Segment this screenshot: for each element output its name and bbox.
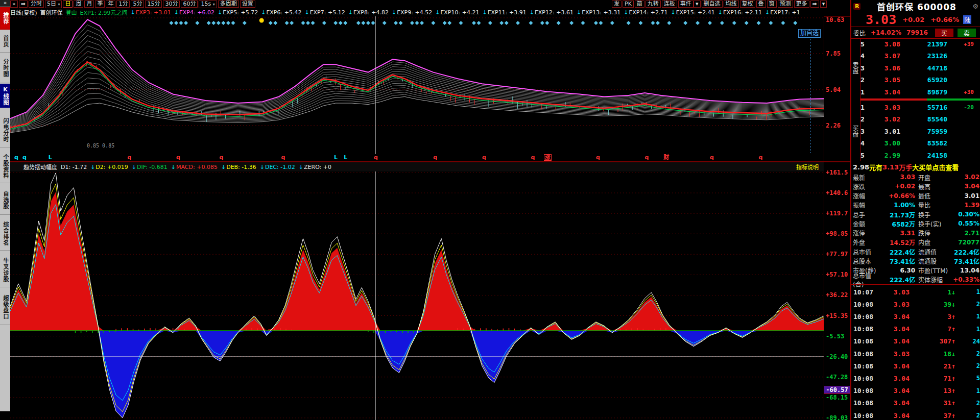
sidebar-item-5[interactable]: 闪电分时	[0, 113, 10, 147]
down-arrow-icon: ↓	[260, 164, 265, 170]
sidebar-item-10[interactable]: 超级盘口	[0, 290, 10, 325]
ask-row-3[interactable]: 33.0644718	[861, 62, 980, 74]
signal-marker-15: q	[596, 154, 600, 161]
ask-row-2[interactable]: 23.0565920	[861, 74, 980, 86]
signal-marker-16: q	[645, 154, 649, 161]
period-button-13[interactable]: 15s ▾	[199, 1, 217, 8]
tick-row-7: 10:083.0421↑2	[851, 360, 980, 372]
period-button-8[interactable]: 1分	[116, 1, 130, 8]
ask-row-4[interactable]: 43.0723126	[861, 50, 980, 62]
sidebar-item-9[interactable]: 牛叉诊股	[0, 253, 10, 287]
chart-tool-button-8[interactable]: 更多	[794, 1, 809, 8]
signal-marker-11: q	[433, 154, 437, 161]
signal-marker-4: q	[127, 154, 131, 161]
down-arrow-icon: ↓	[765, 9, 770, 16]
toolbar-mid-group: 发PK简九转连板事件	[612, 0, 695, 8]
sidebar-collapse-icon[interactable]: »	[0, 0, 10, 7]
period-button-9[interactable]: 5分	[131, 1, 144, 8]
add-to-watchlist-button[interactable]: 加自选	[798, 29, 821, 38]
price-change-pct: +0.66%	[930, 16, 959, 23]
chart-tool-button-6[interactable]: 窗	[767, 1, 777, 8]
sidebar-item-6[interactable]: 个股资料	[0, 150, 10, 183]
ask-row-5[interactable]: 53.0821397+39	[861, 38, 980, 50]
bid-row-2[interactable]: 23.0285540	[861, 113, 980, 126]
period-button-12[interactable]: 60分	[181, 1, 198, 8]
signal-marker-10: q	[374, 154, 378, 161]
period-button-3[interactable]: 日	[63, 1, 73, 8]
sidebar-item-2[interactable]: 首页	[0, 31, 10, 53]
period-button-7[interactable]: 年	[106, 1, 115, 8]
period-button-15[interactable]: 设置	[240, 1, 255, 8]
bid-row-4[interactable]: 43.0083582	[861, 137, 980, 150]
down-arrow-icon: ↓	[671, 9, 675, 16]
period-button-14[interactable]: 多周期	[218, 1, 239, 8]
chart-tool-button-9[interactable]: ➡	[810, 1, 819, 8]
bid-row-5[interactable]: 52.9924158	[861, 149, 980, 161]
chart-tool-button-2[interactable]: 删自选	[702, 1, 723, 8]
tool-button-4[interactable]: 九转	[646, 1, 661, 8]
board-tag: 陆	[963, 15, 971, 24]
sidebar-item-3[interactable]: 分时图	[0, 53, 10, 83]
chart-tool-button-1[interactable]: ▾	[694, 1, 701, 8]
bid-side-label: 买盘	[851, 101, 859, 161]
exp-value-16: ↓EXP14: +2.71	[624, 9, 667, 16]
big-order-banner[interactable]: 2.98元有 3.13万手 大买单 点击查看	[851, 161, 980, 172]
tick-row-5: 10:083.04307↑24	[851, 335, 980, 348]
oscillator-field-7: ↓ZERO: +0	[299, 164, 331, 170]
oscillator-chart[interactable]	[10, 171, 824, 420]
crosshair-value-badge: -60.57	[824, 386, 850, 394]
tick-row-1: 10:073.031↓1	[851, 286, 980, 298]
gear-icon[interactable]: ⚙	[972, 3, 978, 10]
buy-sell-ratio-bar	[861, 98, 980, 101]
expand-icon[interactable]: »	[10, 1, 18, 8]
down-arrow-icon: ↓	[392, 9, 396, 16]
tool-button-6[interactable]: 事件	[678, 1, 694, 8]
price-axis-label: 10.63	[826, 16, 844, 23]
period-button-6[interactable]: 季	[95, 1, 105, 8]
stats-row-2: 涨跌+0.02最高3.04	[851, 182, 980, 191]
buy-button[interactable]: 买	[935, 29, 953, 37]
tool-button-5[interactable]: 连板	[662, 1, 677, 8]
oscillator-axis-label: +140.6	[826, 189, 848, 196]
chart-tool-button-4[interactable]: 复权	[740, 1, 755, 8]
chart-tool-button-7[interactable]: 预测	[778, 1, 793, 8]
chart-tool-button-5[interactable]: 叠	[756, 1, 766, 8]
ask-row-1[interactable]: 13.0489879+30	[861, 86, 980, 98]
price-axis-label: 5.04	[826, 86, 841, 93]
tick-row-9: 10:083.0413↑1	[851, 385, 980, 397]
tick-list[interactable]: 10:073.031↓110:083.0339↓210:083.043↑110:…	[851, 284, 980, 420]
period-button-5[interactable]: 月	[84, 1, 94, 8]
sidebar-item-7[interactable]: 自选股	[0, 186, 10, 215]
main-price-chart[interactable]: 加自选 0.85 0.85	[10, 16, 824, 154]
sidebar-item-4[interactable]: K线图	[0, 84, 10, 108]
tool-button-1[interactable]: 发	[612, 1, 622, 8]
exp-value-6: ↓EXP4: +6.02	[174, 9, 214, 16]
stats-row-1: 最新3.03开盘3.02	[851, 172, 980, 182]
signal-marker-12: q	[482, 154, 486, 161]
stats-row-9: 总市值222.4亿流通值222.4亿	[851, 247, 980, 256]
down-arrow-icon: ↓	[174, 9, 179, 16]
period-button-11[interactable]: 30分	[163, 1, 180, 8]
sell-button[interactable]: 卖	[958, 29, 976, 37]
chart-tool-button-3[interactable]: 均线	[724, 1, 739, 8]
indicator-help-link[interactable]: 指标说明	[796, 163, 819, 171]
jump-icon[interactable]: ➡	[19, 1, 28, 8]
stats-row-8: 外盘14.52万内盘72077	[851, 238, 980, 247]
tool-button-2[interactable]: PK	[623, 1, 634, 8]
signal-marker-8: L	[334, 154, 338, 161]
new-badge: NEW	[1, 24, 10, 29]
period-button-2[interactable]: 5日 ▾	[45, 1, 62, 8]
stock-title: 首创环保 600008	[861, 0, 972, 13]
chart-tool-button-10[interactable]: ▾	[820, 1, 827, 8]
period-button-1[interactable]: 分时	[29, 1, 44, 8]
signal-marker-5: q	[176, 154, 180, 161]
period-button-10[interactable]: 15分	[145, 1, 162, 8]
down-arrow-icon: ↓	[90, 164, 95, 170]
oscillator-values: D1: -1.72↓D2: +0.019↓DIF: -0.681↓MACD: +…	[61, 164, 335, 170]
tool-button-3[interactable]: 简	[635, 1, 644, 8]
oscillator-axis-label: -47.28	[826, 374, 848, 381]
period-button-4[interactable]: 周	[74, 1, 83, 8]
bid-row-1[interactable]: 13.0355716-20	[861, 101, 980, 113]
bid-row-3[interactable]: 33.0175959	[861, 125, 980, 137]
sidebar-item-8[interactable]: 综合排名	[0, 217, 10, 251]
